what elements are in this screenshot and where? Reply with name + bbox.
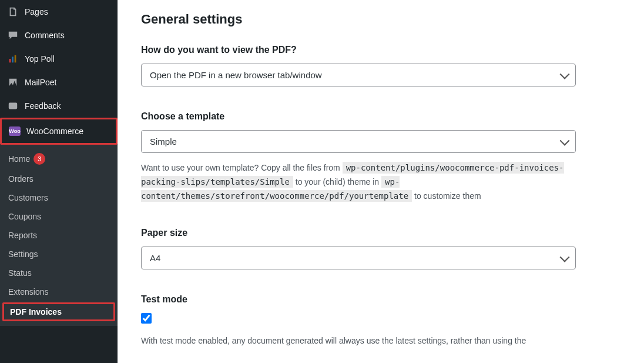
bar-chart-icon [7,53,19,65]
svg-rect-3 [9,103,17,109]
submenu-item-customers[interactable]: Customers [0,188,118,207]
svg-rect-1 [12,56,14,62]
home-label: Home [8,154,30,164]
customers-label: Customers [8,193,48,202]
submenu-item-extensions[interactable]: Extensions [0,282,118,301]
view-pdf-value: Open the PDF in a new browser tab/window [150,70,322,80]
woocommerce-icon: Woo [9,125,21,137]
view-pdf-select[interactable]: Open the PDF in a new browser tab/window [141,64,576,86]
home-badge: 3 [33,153,45,165]
pdfinvoices-label: PDF Invoices [10,307,62,317]
paper-label: Paper size [141,228,620,238]
feedback-icon [7,100,19,112]
settings-label: Settings [8,249,38,259]
submenu-item-settings[interactable]: Settings [0,245,118,264]
paper-value: A4 [150,253,160,263]
test-label: Test mode [141,294,620,305]
template-help: Want to use your own template? Copy all … [141,161,576,203]
template-help-suffix: to customize them [414,191,481,201]
woocommerce-submenu: Home 3 Orders Customers Coupons Reports … [0,145,118,326]
feedback-label: Feedback [25,101,61,111]
sidebar-item-feedback[interactable]: Feedback [0,94,118,118]
test-help: With test mode enabled, any document gen… [141,334,576,348]
status-label: Status [8,268,32,278]
comment-icon [7,29,19,41]
sidebar-item-woocommerce[interactable]: Woo WooCommerce [0,118,118,145]
sidebar-item-pages[interactable]: Pages [0,0,118,24]
pages-label: Pages [25,7,48,16]
settings-content: General settings How do you want to view… [118,0,644,363]
yoppoll-label: Yop Poll [25,54,55,64]
orders-label: Orders [8,174,33,184]
section-title: General settings [141,12,620,27]
paper-select[interactable]: A4 [141,247,576,269]
submenu-item-coupons[interactable]: Coupons [0,207,118,226]
pages-icon [7,6,19,18]
admin-sidebar: Pages Comments Yop Poll MailPoet Feedbac… [0,0,118,363]
coupons-label: Coupons [8,212,41,221]
extensions-label: Extensions [8,287,48,297]
submenu-item-pdfinvoices[interactable]: PDF Invoices [2,302,115,321]
svg-rect-0 [9,59,11,62]
template-value: Simple [150,136,177,146]
submenu-item-reports[interactable]: Reports [0,226,118,245]
view-pdf-label: How do you want to view the PDF? [141,45,620,55]
reports-label: Reports [8,231,37,240]
template-help-prefix: Want to use your own template? Copy all … [141,163,343,172]
woocommerce-label: WooCommerce [26,126,83,136]
field-test-mode: Test mode With test mode enabled, any do… [141,294,620,348]
field-paper-size: Paper size A4 [141,228,620,269]
field-template: Choose a template Simple Want to use you… [141,111,620,203]
comments-label: Comments [25,31,65,40]
submenu-item-status[interactable]: Status [0,264,118,282]
mailpoet-label: MailPoet [25,78,56,87]
submenu-item-orders[interactable]: Orders [0,169,118,188]
template-select[interactable]: Simple [141,130,576,153]
template-help-mid: to your (child) theme in [296,177,381,187]
submenu-item-home[interactable]: Home 3 [0,148,118,169]
field-view-pdf: How do you want to view the PDF? Open th… [141,45,620,86]
sidebar-item-mailpoet[interactable]: MailPoet [0,71,118,94]
test-mode-checkbox[interactable] [141,313,152,324]
sidebar-item-comments[interactable]: Comments [0,24,118,47]
svg-rect-2 [15,55,16,63]
sidebar-item-yoppoll[interactable]: Yop Poll [0,47,118,71]
template-label: Choose a template [141,111,620,122]
mailpoet-icon [7,76,19,88]
